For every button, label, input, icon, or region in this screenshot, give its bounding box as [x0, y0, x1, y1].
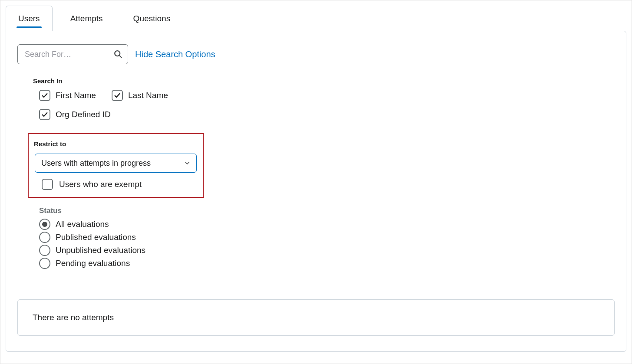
radio-unpublished-evaluations-label: Unpublished evaluations [56, 246, 146, 255]
search-row: Hide Search Options [17, 44, 615, 64]
search-input[interactable] [17, 44, 128, 64]
checkbox-first-name[interactable]: First Name [39, 90, 96, 101]
search-wrap [17, 44, 128, 64]
tab-attempts-label: Attempts [70, 14, 103, 23]
tab-attempts[interactable]: Attempts [58, 6, 116, 31]
svg-point-0 [115, 51, 120, 56]
checkbox-last-name[interactable]: Last Name [112, 90, 168, 101]
radio-pending-evaluations-label: Pending evaluations [56, 259, 130, 268]
restrict-to-label: Restrict to [34, 140, 199, 148]
empty-state: There are no attempts [17, 299, 615, 336]
tab-questions[interactable]: Questions [121, 6, 183, 31]
empty-state-text: There are no attempts [33, 313, 114, 322]
radio-all-evaluations[interactable]: All evaluations [39, 219, 615, 230]
checkbox-users-exempt-label: Users who are exempt [59, 180, 142, 189]
svg-line-1 [119, 56, 122, 58]
checkbox-org-id-box[interactable] [39, 109, 50, 120]
search-in-label: Search In [33, 77, 615, 85]
radio-all-evaluations-label: All evaluations [56, 220, 109, 229]
restrict-select-value: Users with attempts in progress [41, 159, 151, 168]
radio-all-evaluations-input[interactable] [39, 219, 50, 230]
search-in-row-2: Org Defined ID [39, 109, 615, 120]
radio-unpublished-evaluations[interactable]: Unpublished evaluations [39, 245, 615, 256]
search-in-row-1: First Name Last Name [39, 90, 615, 101]
tab-users[interactable]: Users [6, 6, 53, 31]
tab-panel: Hide Search Options Search In First Name… [6, 31, 626, 352]
radio-published-evaluations[interactable]: Published evaluations [39, 232, 615, 243]
checkbox-last-name-label: Last Name [128, 91, 168, 100]
page-container: Users Attempts Questions Hide Search Opt… [0, 0, 632, 364]
radio-pending-evaluations-input[interactable] [39, 258, 50, 269]
radio-pending-evaluations[interactable]: Pending evaluations [39, 258, 615, 269]
hide-search-options-link[interactable]: Hide Search Options [135, 49, 215, 59]
checkbox-users-exempt-box[interactable] [42, 179, 53, 190]
checkbox-org-id[interactable]: Org Defined ID [39, 109, 111, 120]
checkbox-first-name-label: First Name [56, 91, 96, 100]
checkbox-org-id-label: Org Defined ID [56, 110, 111, 119]
radio-published-evaluations-input[interactable] [39, 232, 50, 243]
restrict-select[interactable]: Users with attempts in progress [35, 154, 197, 173]
radio-published-evaluations-label: Published evaluations [56, 233, 136, 242]
checkbox-users-exempt[interactable]: Users who are exempt [42, 179, 199, 190]
radio-unpublished-evaluations-input[interactable] [39, 245, 50, 256]
restrict-select-wrap: Users with attempts in progress [35, 154, 197, 173]
restrict-to-section: Restrict to Users with attempts in progr… [28, 133, 204, 198]
tab-questions-label: Questions [133, 14, 171, 23]
tab-users-label: Users [18, 14, 40, 23]
search-icon[interactable] [113, 49, 123, 59]
status-section: Status All evaluations Published evaluat… [39, 207, 615, 269]
tab-bar: Users Attempts Questions [6, 5, 626, 31]
status-label: Status [39, 207, 615, 215]
checkbox-last-name-box[interactable] [112, 90, 123, 101]
checkbox-first-name-box[interactable] [39, 90, 50, 101]
chevron-down-icon [184, 160, 191, 167]
